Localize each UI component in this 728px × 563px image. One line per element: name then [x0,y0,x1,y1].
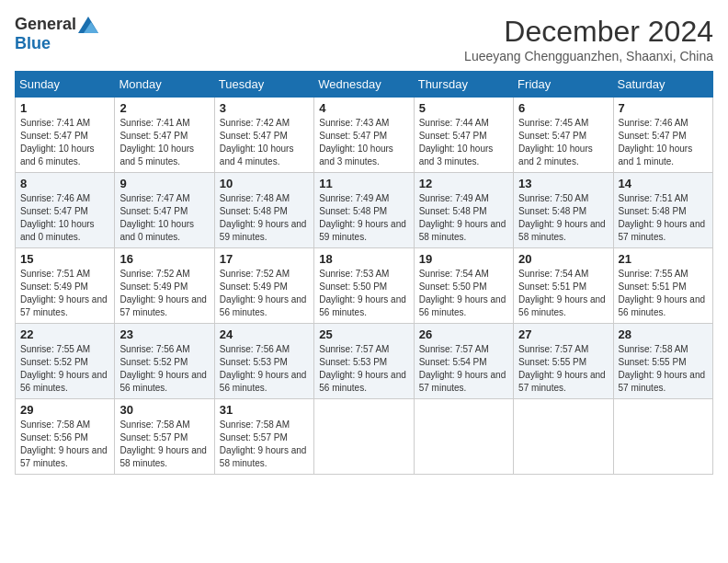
day-info: Sunrise: 7:50 AMSunset: 5:48 PMDaylight:… [518,192,608,244]
logo-icon [78,17,98,33]
day-number: 29 [20,403,109,417]
column-header-monday: Monday [115,72,214,98]
day-info: Sunrise: 7:51 AMSunset: 5:48 PMDaylight:… [619,192,708,244]
calendar-week-row: 22Sunrise: 7:55 AMSunset: 5:52 PMDayligh… [16,324,713,399]
day-info: Sunrise: 7:51 AMSunset: 5:49 PMDaylight:… [20,268,109,319]
calendar-week-row: 8Sunrise: 7:46 AMSunset: 5:47 PMDaylight… [16,173,713,248]
calendar-header-row: SundayMondayTuesdayWednesdayThursdayFrid… [16,72,713,98]
calendar-cell: 28Sunrise: 7:58 AMSunset: 5:55 PMDayligh… [613,324,712,399]
location: Lueeyang Chengguanzhen, Shaanxi, China [464,49,713,63]
day-number: 10 [220,177,309,190]
day-info: Sunrise: 7:57 AMSunset: 5:54 PMDaylight:… [419,343,508,395]
day-number: 31 [220,403,309,417]
day-number: 24 [220,327,309,341]
column-header-wednesday: Wednesday [314,72,414,98]
logo-general: General [15,15,76,34]
calendar-cell: 25Sunrise: 7:57 AMSunset: 5:53 PMDayligh… [314,324,414,399]
day-number: 19 [419,252,508,266]
calendar-cell: 31Sunrise: 7:58 AMSunset: 5:57 PMDayligh… [214,399,313,475]
calendar-week-row: 15Sunrise: 7:51 AMSunset: 5:49 PMDayligh… [16,248,713,324]
day-info: Sunrise: 7:52 AMSunset: 5:49 PMDaylight:… [220,268,309,319]
calendar-cell: 18Sunrise: 7:53 AMSunset: 5:50 PMDayligh… [314,248,414,324]
day-number: 14 [619,177,708,190]
calendar-cell: 8Sunrise: 7:46 AMSunset: 5:47 PMDaylight… [16,173,115,248]
day-info: Sunrise: 7:56 AMSunset: 5:52 PMDaylight:… [119,343,209,395]
day-info: Sunrise: 7:49 AMSunset: 5:48 PMDaylight:… [319,192,408,244]
logo: General Blue [15,15,98,53]
day-info: Sunrise: 7:46 AMSunset: 5:47 PMDaylight:… [619,117,708,168]
calendar-cell: 6Sunrise: 7:45 AMSunset: 5:47 PMDaylight… [514,98,613,173]
calendar-cell: 24Sunrise: 7:56 AMSunset: 5:53 PMDayligh… [214,324,313,399]
day-number: 25 [319,327,408,341]
calendar-cell [314,399,414,475]
calendar-cell: 20Sunrise: 7:54 AMSunset: 5:51 PMDayligh… [514,248,613,324]
calendar-cell: 19Sunrise: 7:54 AMSunset: 5:50 PMDayligh… [414,248,513,324]
calendar-cell: 22Sunrise: 7:55 AMSunset: 5:52 PMDayligh… [16,324,115,399]
column-header-tuesday: Tuesday [214,72,313,98]
day-number: 9 [119,177,209,190]
day-number: 23 [119,327,209,341]
calendar-cell: 7Sunrise: 7:46 AMSunset: 5:47 PMDaylight… [613,98,712,173]
day-info: Sunrise: 7:52 AMSunset: 5:49 PMDaylight:… [119,268,209,319]
calendar-cell: 17Sunrise: 7:52 AMSunset: 5:49 PMDayligh… [214,248,313,324]
calendar-table: SundayMondayTuesdayWednesdayThursdayFrid… [15,71,713,475]
day-info: Sunrise: 7:54 AMSunset: 5:51 PMDaylight:… [518,268,608,319]
day-info: Sunrise: 7:55 AMSunset: 5:51 PMDaylight:… [619,268,708,319]
day-info: Sunrise: 7:58 AMSunset: 5:57 PMDaylight:… [220,419,309,470]
day-number: 28 [619,327,708,341]
day-info: Sunrise: 7:57 AMSunset: 5:55 PMDaylight:… [518,343,608,395]
calendar-cell: 5Sunrise: 7:44 AMSunset: 5:47 PMDaylight… [414,98,513,173]
day-number: 22 [20,327,109,341]
calendar-cell [613,399,712,475]
day-number: 18 [319,252,408,266]
day-number: 17 [220,252,309,266]
calendar-cell: 27Sunrise: 7:57 AMSunset: 5:55 PMDayligh… [514,324,613,399]
day-number: 21 [619,252,708,266]
logo-blue: Blue [15,34,51,52]
calendar-cell: 21Sunrise: 7:55 AMSunset: 5:51 PMDayligh… [613,248,712,324]
day-number: 20 [518,252,608,266]
calendar-cell: 3Sunrise: 7:42 AMSunset: 5:47 PMDaylight… [214,98,313,173]
calendar-cell [514,399,613,475]
calendar-cell: 29Sunrise: 7:58 AMSunset: 5:56 PMDayligh… [16,399,115,475]
day-number: 15 [20,252,109,266]
day-info: Sunrise: 7:58 AMSunset: 5:57 PMDaylight:… [119,419,209,470]
day-info: Sunrise: 7:58 AMSunset: 5:55 PMDaylight:… [619,343,708,395]
calendar-cell: 11Sunrise: 7:49 AMSunset: 5:48 PMDayligh… [314,173,414,248]
calendar-week-row: 1Sunrise: 7:41 AMSunset: 5:47 PMDaylight… [16,98,713,173]
calendar-cell: 1Sunrise: 7:41 AMSunset: 5:47 PMDaylight… [16,98,115,173]
day-info: Sunrise: 7:56 AMSunset: 5:53 PMDaylight:… [220,343,309,395]
day-info: Sunrise: 7:46 AMSunset: 5:47 PMDaylight:… [20,192,109,244]
column-header-friday: Friday [514,72,613,98]
calendar-cell: 9Sunrise: 7:47 AMSunset: 5:47 PMDaylight… [115,173,214,248]
day-number: 16 [119,252,209,266]
day-info: Sunrise: 7:54 AMSunset: 5:50 PMDaylight:… [419,268,508,319]
day-info: Sunrise: 7:55 AMSunset: 5:52 PMDaylight:… [20,343,109,395]
day-number: 12 [419,177,508,190]
calendar-cell [414,399,513,475]
day-info: Sunrise: 7:42 AMSunset: 5:47 PMDaylight:… [220,117,309,168]
column-header-sunday: Sunday [16,72,115,98]
calendar-cell: 4Sunrise: 7:43 AMSunset: 5:47 PMDaylight… [314,98,414,173]
day-number: 6 [518,101,608,115]
day-number: 26 [419,327,508,341]
calendar-cell: 10Sunrise: 7:48 AMSunset: 5:48 PMDayligh… [214,173,313,248]
day-number: 1 [20,101,109,115]
day-info: Sunrise: 7:48 AMSunset: 5:48 PMDaylight:… [220,192,309,244]
day-number: 7 [619,101,708,115]
calendar-cell: 26Sunrise: 7:57 AMSunset: 5:54 PMDayligh… [414,324,513,399]
day-info: Sunrise: 7:44 AMSunset: 5:47 PMDaylight:… [419,117,508,168]
day-number: 2 [119,101,209,115]
calendar-cell: 30Sunrise: 7:58 AMSunset: 5:57 PMDayligh… [115,399,214,475]
day-number: 27 [518,327,608,341]
day-info: Sunrise: 7:53 AMSunset: 5:50 PMDaylight:… [319,268,408,319]
day-number: 8 [20,177,109,190]
day-info: Sunrise: 7:57 AMSunset: 5:53 PMDaylight:… [319,343,408,395]
day-info: Sunrise: 7:58 AMSunset: 5:56 PMDaylight:… [20,419,109,470]
day-info: Sunrise: 7:41 AMSunset: 5:47 PMDaylight:… [119,117,209,168]
calendar-cell: 23Sunrise: 7:56 AMSunset: 5:52 PMDayligh… [115,324,214,399]
day-info: Sunrise: 7:41 AMSunset: 5:47 PMDaylight:… [20,117,109,168]
column-header-saturday: Saturday [613,72,712,98]
day-number: 4 [319,101,408,115]
title-section: December 2024 Lueeyang Chengguanzhen, Sh… [464,15,713,63]
